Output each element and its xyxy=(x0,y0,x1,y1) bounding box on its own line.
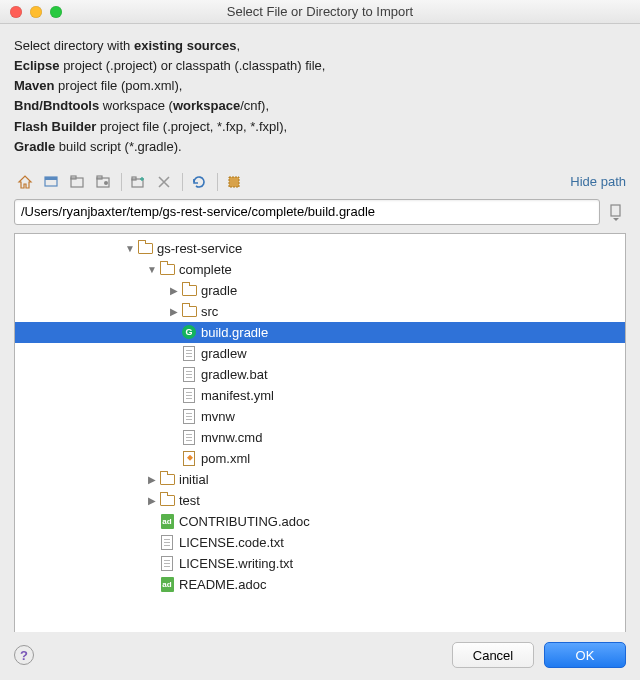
tree-item-label: mvnw xyxy=(201,409,235,424)
folder-icon xyxy=(137,240,153,256)
adoc-file-icon: ad xyxy=(159,513,175,529)
instr-text: project (.project) or classpath (.classp… xyxy=(60,58,326,73)
toolbar: Hide path xyxy=(14,171,626,193)
tree-row[interactable]: ▶test xyxy=(15,490,625,511)
file-tree[interactable]: ▼gs-rest-service▼complete▶gradle▶src▶Gbu… xyxy=(14,233,626,651)
path-input[interactable] xyxy=(14,199,600,225)
close-window-icon[interactable] xyxy=(10,6,22,18)
chevron-down-icon[interactable]: ▼ xyxy=(125,243,135,254)
instr-bold: Maven xyxy=(14,78,54,93)
tree-row[interactable]: ▼gs-rest-service xyxy=(15,238,625,259)
tree-item-label: gs-rest-service xyxy=(157,241,242,256)
instr-bold: existing sources xyxy=(134,38,237,53)
svg-rect-10 xyxy=(611,205,620,216)
ok-button[interactable]: OK xyxy=(544,642,626,668)
tree-row[interactable]: ▶mvnw xyxy=(15,406,625,427)
svg-rect-1 xyxy=(45,177,57,180)
instr-text: Select directory with xyxy=(14,38,134,53)
tree-row[interactable]: ▶src xyxy=(15,301,625,322)
history-icon[interactable] xyxy=(606,200,626,224)
instr-bold: Flash Builder xyxy=(14,119,96,134)
instr-text: workspace ( xyxy=(99,98,173,113)
folder-icon xyxy=(159,471,175,487)
instr-bold: Bnd/Bndtools xyxy=(14,98,99,113)
tree-item-label: LICENSE.code.txt xyxy=(179,535,284,550)
minimize-window-icon[interactable] xyxy=(30,6,42,18)
new-folder-icon[interactable] xyxy=(127,171,149,193)
tree-row[interactable]: ▶pom.xml xyxy=(15,448,625,469)
tree-row[interactable]: ▼complete xyxy=(15,259,625,280)
cancel-button[interactable]: Cancel xyxy=(452,642,534,668)
file-icon xyxy=(181,429,197,445)
instr-bold: workspace xyxy=(173,98,240,113)
chevron-down-icon[interactable]: ▼ xyxy=(147,264,157,275)
chevron-right-icon[interactable]: ▶ xyxy=(169,285,179,296)
tree-row[interactable]: ▶adREADME.adoc xyxy=(15,574,625,595)
tree-row[interactable]: ▶adCONTRIBUTING.adoc xyxy=(15,511,625,532)
tree-item-label: README.adoc xyxy=(179,577,266,592)
folder-icon xyxy=(159,261,175,277)
titlebar: Select File or Directory to Import xyxy=(0,0,640,24)
folder-icon xyxy=(159,492,175,508)
tree-item-label: gradlew xyxy=(201,346,247,361)
instructions: Select directory with existing sources, … xyxy=(14,36,626,157)
folder-icon xyxy=(181,282,197,298)
instr-text: build script (*.gradle). xyxy=(55,139,181,154)
show-hidden-icon[interactable] xyxy=(223,171,245,193)
adoc-file-icon: ad xyxy=(159,576,175,592)
file-icon xyxy=(181,408,197,424)
delete-icon[interactable] xyxy=(153,171,175,193)
tree-item-label: LICENSE.writing.txt xyxy=(179,556,293,571)
tree-item-label: complete xyxy=(179,262,232,277)
tree-item-label: src xyxy=(201,304,218,319)
home-icon[interactable] xyxy=(14,171,36,193)
xml-file-icon xyxy=(181,450,197,466)
instr-bold: Gradle xyxy=(14,139,55,154)
tree-item-label: gradle xyxy=(201,283,237,298)
tree-item-label: test xyxy=(179,493,200,508)
tree-row[interactable]: ▶gradlew xyxy=(15,343,625,364)
tree-item-label: CONTRIBUTING.adoc xyxy=(179,514,310,529)
tree-item-label: pom.xml xyxy=(201,451,250,466)
file-icon xyxy=(159,534,175,550)
instr-text: /cnf), xyxy=(240,98,269,113)
file-icon xyxy=(159,555,175,571)
svg-rect-9 xyxy=(229,177,239,187)
tree-row[interactable]: ▶LICENSE.writing.txt xyxy=(15,553,625,574)
refresh-icon[interactable] xyxy=(188,171,210,193)
tree-row[interactable]: ▶gradlew.bat xyxy=(15,364,625,385)
instr-text: , xyxy=(237,38,241,53)
tree-row[interactable]: ▶gradle xyxy=(15,280,625,301)
file-icon xyxy=(181,387,197,403)
tree-item-label: gradlew.bat xyxy=(201,367,268,382)
project-icon[interactable] xyxy=(66,171,88,193)
desktop-icon[interactable] xyxy=(40,171,62,193)
file-icon xyxy=(181,366,197,382)
tree-row[interactable]: ▶LICENSE.code.txt xyxy=(15,532,625,553)
chevron-right-icon[interactable]: ▶ xyxy=(147,495,157,506)
tree-item-label: manifest.yml xyxy=(201,388,274,403)
zoom-window-icon[interactable] xyxy=(50,6,62,18)
instr-text: project file (.project, *.fxp, *.fxpl), xyxy=(96,119,287,134)
tree-item-label: mvnw.cmd xyxy=(201,430,262,445)
module-icon[interactable] xyxy=(92,171,114,193)
tree-row[interactable]: ▶initial xyxy=(15,469,625,490)
help-button[interactable]: ? xyxy=(14,645,34,665)
tree-row[interactable]: ▶mvnw.cmd xyxy=(15,427,625,448)
file-icon xyxy=(181,345,197,361)
window-title: Select File or Directory to Import xyxy=(0,4,640,19)
tree-row[interactable]: ▶manifest.yml xyxy=(15,385,625,406)
tree-item-label: initial xyxy=(179,472,209,487)
gradle-file-icon: G xyxy=(181,324,197,340)
tree-item-label: build.gradle xyxy=(201,325,268,340)
hide-path-link[interactable]: Hide path xyxy=(570,174,626,189)
instr-bold: Eclipse xyxy=(14,58,60,73)
folder-icon xyxy=(181,303,197,319)
chevron-right-icon[interactable]: ▶ xyxy=(147,474,157,485)
instr-text: project file (pom.xml), xyxy=(54,78,182,93)
tree-row[interactable]: ▶Gbuild.gradle xyxy=(15,322,625,343)
svg-point-6 xyxy=(104,181,108,185)
chevron-right-icon[interactable]: ▶ xyxy=(169,306,179,317)
